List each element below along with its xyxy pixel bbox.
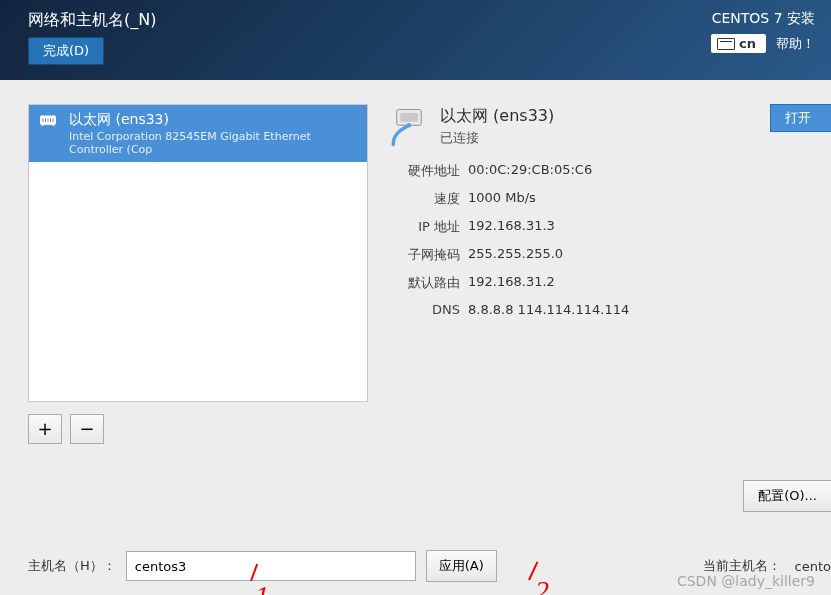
add-nic-button[interactable]: +: [28, 414, 62, 444]
keyboard-icon: [717, 38, 735, 50]
done-button[interactable]: 完成(D): [28, 37, 104, 65]
svg-point-3: [407, 123, 411, 127]
nic-list-item[interactable]: 以太网 (ens33) Intel Corporation 82545EM Gi…: [29, 105, 367, 162]
detail-value: 8.8.8.8 114.114.114.114: [468, 302, 815, 317]
detail-label: 速度: [388, 190, 460, 208]
detail-value: 192.168.31.3: [468, 218, 815, 236]
content-area: 以太网 (ens33) Intel Corporation 82545EM Gi…: [0, 80, 831, 595]
svg-rect-2: [400, 113, 418, 122]
current-hostname-value: cento: [795, 559, 831, 574]
watermark: CSDN @lady_killer9: [677, 573, 815, 589]
toggle-connection-button[interactable]: 打开: [770, 104, 831, 132]
hostname-label: 主机名（H）：: [28, 557, 116, 575]
detail-label: DNS: [388, 302, 460, 317]
window-header: 网络和主机名(_N) 完成(D) CENTOS 7 安装 cn 帮助！: [0, 0, 831, 80]
detail-label: 默认路由: [388, 274, 460, 292]
detail-value: 1000 Mb/s: [468, 190, 815, 208]
detail-label: IP 地址: [388, 218, 460, 236]
annotation-1: 1: [255, 580, 269, 595]
detail-label: 子网掩码: [388, 246, 460, 264]
nic-details: 以太网 (ens33) 已连接 硬件地址 00:0C:29:CB:05:C6 速…: [388, 104, 815, 444]
detail-grid: 硬件地址 00:0C:29:CB:05:C6 速度 1000 Mb/s IP 地…: [388, 162, 815, 317]
ethernet-icon: [37, 111, 59, 131]
keyboard-layout-indicator[interactable]: cn: [711, 34, 766, 53]
nic-list[interactable]: 以太网 (ens33) Intel Corporation 82545EM Gi…: [28, 104, 368, 402]
detail-status: 已连接: [440, 129, 554, 147]
detail-nic-name: 以太网 (ens33): [440, 106, 554, 127]
remove-nic-button[interactable]: −: [70, 414, 104, 444]
ethernet-large-icon: [388, 106, 430, 148]
nic-item-name: 以太网 (ens33): [69, 111, 359, 129]
detail-value: 192.168.31.2: [468, 274, 815, 292]
detail-label: 硬件地址: [388, 162, 460, 180]
nic-panel: 以太网 (ens33) Intel Corporation 82545EM Gi…: [28, 104, 368, 444]
page-title: 网络和主机名(_N): [28, 8, 156, 37]
brand-label: CENTOS 7 安装: [712, 8, 815, 28]
help-link[interactable]: 帮助！: [776, 35, 815, 53]
keyboard-layout-code: cn: [739, 36, 756, 51]
configure-button[interactable]: 配置(O)...: [743, 480, 831, 512]
apply-button[interactable]: 应用(A): [426, 550, 497, 582]
detail-value: 255.255.255.0: [468, 246, 815, 264]
hostname-input[interactable]: [126, 551, 416, 581]
detail-value: 00:0C:29:CB:05:C6: [468, 162, 815, 180]
nic-item-sub: Intel Corporation 82545EM Gigabit Ethern…: [69, 130, 359, 156]
